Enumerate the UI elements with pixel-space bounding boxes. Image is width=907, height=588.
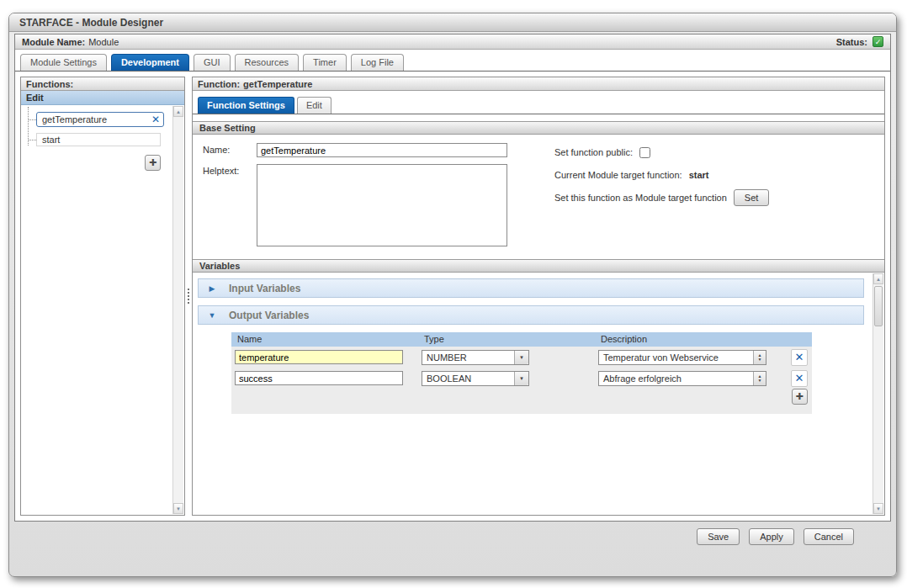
add-function-button[interactable]: ✚ [145,155,161,171]
delete-function-icon[interactable]: ✕ [151,114,160,125]
scroll-down-icon[interactable]: ▼ [873,503,883,514]
target-function-label: Current Module target function: [554,170,682,180]
tab-resources[interactable]: Resources [235,54,300,71]
splitter-grip-icon [187,288,190,305]
delete-row-icon[interactable]: ✕ [791,370,808,387]
variable-type-select[interactable]: BOOLEAN ▼ [422,371,529,386]
window-content: Module Name: Module Status: ✓ Module Set… [14,34,891,522]
tab-module-settings[interactable]: Module Settings [20,54,107,71]
variables-scrollbar[interactable]: ▲ ▼ [873,273,883,514]
function-header-value: getTemperature [243,79,312,89]
output-variables-table: Name Type Description NUMBER ▼ [231,332,812,414]
public-label: Set function public: [554,147,633,157]
output-variables-title: Output Variables [229,310,309,321]
function-detail-panel: Function: getTemperature Function Settin… [192,77,885,516]
public-checkbox[interactable] [639,147,650,158]
tab-function-settings[interactable]: Function Settings [198,97,294,114]
add-variable-button[interactable]: ✚ [792,389,808,405]
input-variables-title: Input Variables [229,283,300,294]
set-target-button[interactable]: Set [734,189,770,206]
tab-function-edit[interactable]: Edit [297,97,332,114]
output-variables-panel[interactable]: ▼ Output Variables [198,305,864,325]
variables-area: ▶ Input Variables ▼ Output Variables Nam… [193,273,884,515]
tab-timer[interactable]: Timer [303,54,347,71]
scroll-up-icon[interactable]: ▲ [173,106,183,117]
description-value: Abfrage erfolgreich [603,373,682,384]
column-header-name: Name [231,332,418,347]
tree-item-start[interactable]: start [36,133,161,146]
function-tab-bar: Function Settings Edit [193,93,884,114]
plus-icon: ✚ [795,391,803,402]
spin-down-icon[interactable]: ▼ [758,358,762,362]
tab-log-file[interactable]: Log File [351,54,404,71]
tree-item-label: start [42,135,60,145]
chevron-down-icon[interactable]: ▼ [514,372,528,385]
scrollbar-track[interactable] [873,284,883,503]
helptext-label: Helptext: [203,164,257,246]
functions-panel-header: Functions: [21,77,184,91]
functions-tree: getTemperature ✕ start ✚ [21,105,184,171]
variables-section-header: Variables [193,259,884,273]
module-name-label: Module Name: [22,37,85,47]
status-ok-icon: ✓ [873,36,883,47]
scroll-up-icon[interactable]: ▲ [873,273,883,284]
function-name-input[interactable] [257,143,507,157]
description-value: Temperatur von Webservice [603,352,719,363]
chevron-down-icon[interactable]: ▼ [207,311,217,320]
window-titlebar[interactable]: STARFACE - Module Designer [9,13,896,32]
cancel-button[interactable]: Cancel [804,528,854,545]
variable-name-input[interactable] [235,350,403,364]
chevron-down-icon[interactable]: ▼ [514,351,528,364]
apply-button[interactable]: Apply [749,528,794,545]
base-setting-section-header: Base Setting [193,121,884,135]
name-label: Name: [203,143,257,157]
window-title: STARFACE - Module Designer [19,17,163,29]
sidebar-item-edit[interactable]: Edit [21,91,184,105]
plus-icon: ✚ [149,157,156,168]
tree-item-label: getTemperature [42,114,107,124]
spinner-icon[interactable]: ▲ ▼ [753,372,766,385]
save-button[interactable]: Save [697,528,740,545]
module-name-value: Module [88,37,119,47]
target-function-value: start [689,170,709,180]
column-header-actions [787,332,812,347]
input-variables-panel[interactable]: ▶ Input Variables [198,278,864,298]
main-tab-bar: Module Settings Development GUI Resource… [15,50,890,72]
spin-down-icon[interactable]: ▼ [758,379,762,383]
functions-tree-area: getTemperature ✕ start ✚ [21,105,184,515]
panel-splitter[interactable] [185,77,192,516]
tab-gui[interactable]: GUI [194,54,231,71]
function-header-label: Function: [198,79,240,89]
selected-type-value: NUMBER [427,352,467,363]
functions-scrollbar[interactable]: ▲ ▼ [172,106,183,514]
workspace: Functions: Edit getTemperature ✕ start [15,72,890,521]
module-name-bar: Module Name: Module Status: ✓ [15,34,890,50]
scrollbar-thumb[interactable] [874,286,883,326]
status-label: Status: [836,37,867,47]
variable-description-stepper[interactable]: Temperatur von Webservice ▲ ▼ [598,350,766,365]
variable-name-input[interactable] [235,371,403,385]
column-header-description: Description [595,332,787,347]
tab-development[interactable]: Development [111,54,189,71]
delete-row-icon[interactable]: ✕ [791,349,808,366]
variable-type-select[interactable]: NUMBER ▼ [422,350,529,365]
set-target-label: Set this function as Module target funct… [554,193,727,203]
module-designer-window: STARFACE - Module Designer Module Name: … [8,13,897,577]
functions-panel: Functions: Edit getTemperature ✕ start [20,77,185,516]
table-row [231,368,418,389]
helptext-input[interactable] [257,164,507,246]
tree-item-gettemperature[interactable]: getTemperature ✕ [36,112,164,127]
chevron-right-icon[interactable]: ▶ [207,284,217,293]
table-row [231,347,418,368]
scroll-down-icon[interactable]: ▼ [173,503,183,514]
base-setting-form: Name: Helptext: Set function public: [193,135,884,259]
function-panel-header: Function: getTemperature [193,77,884,91]
variable-description-stepper[interactable]: Abfrage erfolgreich ▲ ▼ [598,371,766,386]
spinner-icon[interactable]: ▲ ▼ [753,351,766,364]
selected-type-value: BOOLEAN [427,373,471,384]
column-header-type: Type [418,332,595,347]
footer-buttons: Save Apply Cancel [697,528,854,545]
scrollbar-track[interactable] [173,117,183,503]
